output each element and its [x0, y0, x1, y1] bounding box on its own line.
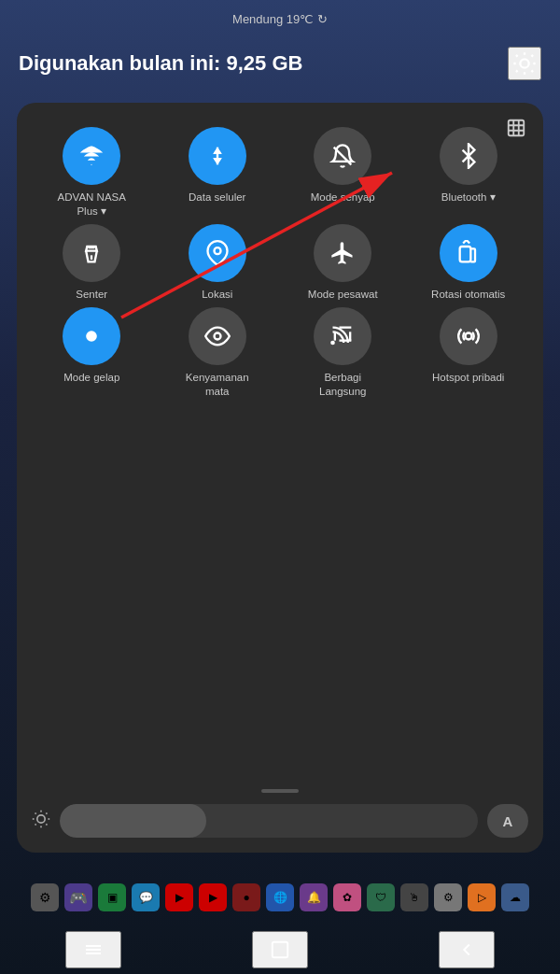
svg-point-10	[86, 331, 97, 342]
tile-rotation-circle	[440, 224, 497, 282]
home-icon	[270, 939, 290, 960]
tile-eyecomfort[interactable]: Kenyamananmata	[158, 307, 278, 399]
dock-icon-cursor[interactable]: 🖱	[400, 883, 428, 911]
svg-rect-6	[89, 247, 95, 248]
nav-back-button[interactable]	[439, 931, 495, 968]
dock-icon-play[interactable]: ▷	[468, 883, 496, 911]
svg-point-26	[37, 814, 45, 822]
svg-line-34	[46, 812, 47, 813]
bluetooth-icon	[455, 143, 482, 169]
settings-icon	[511, 50, 538, 77]
rotation-icon	[455, 240, 482, 266]
dock-icon-yt[interactable]: ▶	[165, 883, 193, 911]
silent-icon	[329, 143, 356, 169]
cast-icon	[329, 323, 356, 349]
dock-icon-cloud[interactable]: ☁	[501, 883, 529, 911]
dock-icon-settings[interactable]: ⚙	[31, 883, 59, 911]
tile-bluetooth-circle	[440, 127, 497, 185]
svg-line-33	[35, 824, 36, 825]
tile-wifi[interactable]: ADVAN NASAPlus ▾	[32, 127, 152, 219]
tile-data[interactable]: Data seluler	[158, 127, 278, 219]
svg-rect-1	[509, 120, 525, 136]
dock-icon-browser[interactable]: 🌐	[266, 883, 294, 911]
font-size-button[interactable]: A	[487, 804, 528, 838]
tile-airplane-circle	[314, 224, 371, 282]
svg-point-20	[330, 340, 335, 345]
tile-eyecomfort-label: Kenyamananmata	[186, 371, 249, 399]
dock-icon-pink[interactable]: ✿	[333, 883, 361, 911]
tile-darkmode-label: Mode gelap	[63, 371, 119, 385]
flashlight-icon	[78, 240, 105, 266]
tile-rotation[interactable]: Rotasi otomatis	[409, 224, 529, 302]
tile-silent[interactable]: Mode senyap	[283, 127, 403, 219]
tile-darkmode[interactable]: Mode gelap	[32, 307, 152, 399]
svg-point-8	[214, 247, 220, 254]
dock-icon-red[interactable]: ●	[232, 883, 260, 911]
dock-icon-green[interactable]: ▣	[98, 883, 126, 911]
dock-icon-game[interactable]: 🎮	[64, 883, 92, 911]
tile-eyecomfort-circle	[189, 307, 246, 365]
dock-icon-yt2[interactable]: ▶	[199, 883, 227, 911]
tile-airplane[interactable]: Mode pesawat	[283, 224, 403, 302]
svg-rect-40	[273, 942, 288, 958]
settings-icon-button[interactable]	[508, 47, 541, 80]
panel-divider	[261, 789, 299, 793]
tile-airplane-label: Mode pesawat	[308, 288, 378, 302]
brightness-slider[interactable]	[60, 804, 478, 838]
brightness-row: A	[32, 804, 528, 838]
tile-data-label: Data seluler	[189, 191, 245, 205]
tile-rotation-label: Rotasi otomatis	[431, 288, 505, 302]
data-usage-title: Digunakan bulan ini: 9,25 GB	[19, 51, 302, 76]
tile-grid-row2: Senter Lokasi Mode pesawat	[32, 224, 528, 302]
status-bar-text: Mendung 19℃ ↻	[232, 12, 328, 26]
tile-location[interactable]: Lokasi	[158, 224, 278, 302]
menu-icon	[82, 939, 105, 961]
tile-grid-row1: ADVAN NASAPlus ▾ Data seluler	[32, 127, 528, 219]
svg-marker-3	[213, 148, 221, 154]
wifi-icon	[78, 143, 105, 169]
nav-home-button[interactable]	[252, 931, 308, 968]
edit-icon	[506, 118, 526, 138]
svg-line-29	[35, 812, 36, 813]
tile-wifi-label: ADVAN NASAPlus ▾	[58, 191, 126, 219]
quick-settings-panel: ADVAN NASAPlus ▾ Data seluler	[17, 103, 543, 853]
tile-cast-circle	[314, 307, 371, 365]
dock-icon-shield[interactable]: 🛡	[367, 883, 395, 911]
back-icon	[456, 939, 477, 960]
nav-bar	[0, 925, 560, 974]
svg-point-25	[465, 332, 471, 339]
svg-line-13	[83, 328, 85, 330]
tile-location-circle	[189, 224, 246, 282]
tile-location-label: Lokasi	[202, 288, 232, 302]
tile-cast[interactable]: BerbagiLangsung	[283, 307, 403, 399]
darkmode-icon	[78, 323, 105, 349]
data-icon	[204, 143, 231, 169]
brightness-icon	[32, 810, 50, 833]
svg-line-14	[99, 343, 101, 345]
airplane-icon	[329, 240, 356, 266]
tile-grid-row3: Mode gelap Kenyamananmata	[32, 307, 528, 399]
tile-cast-label: BerbagiLangsung	[319, 371, 367, 399]
nav-menu-button[interactable]	[65, 931, 121, 968]
dock-icon-notif[interactable]: 🔔	[300, 883, 328, 911]
tile-silent-label: Mode senyap	[311, 191, 375, 205]
brightness-fill	[60, 804, 206, 838]
tile-hotspot[interactable]: Hotspot pribadi	[409, 307, 529, 399]
header-area: Digunakan bulan ini: 9,25 GB	[0, 37, 560, 90]
location-icon	[204, 240, 231, 266]
dock-icon-chat[interactable]: 💬	[132, 883, 160, 911]
tile-darkmode-circle	[63, 307, 120, 365]
tile-flashlight[interactable]: Senter	[32, 224, 152, 302]
tile-bluetooth-label: Bluetooth ▾	[441, 191, 496, 205]
hotspot-icon	[455, 323, 482, 349]
status-bar: Mendung 19℃ ↻	[0, 0, 560, 37]
tile-hotspot-label: Hotspot pribadi	[432, 371, 504, 385]
dock-icon-gear[interactable]: ⚙	[434, 883, 462, 911]
tile-silent-circle	[314, 127, 371, 185]
svg-point-0	[520, 59, 528, 67]
edit-tiles-button[interactable]	[502, 114, 530, 142]
eyecomfort-icon	[204, 323, 231, 349]
tile-flashlight-label: Senter	[76, 288, 107, 302]
svg-marker-4	[213, 158, 221, 164]
tile-hotspot-circle	[440, 307, 497, 365]
